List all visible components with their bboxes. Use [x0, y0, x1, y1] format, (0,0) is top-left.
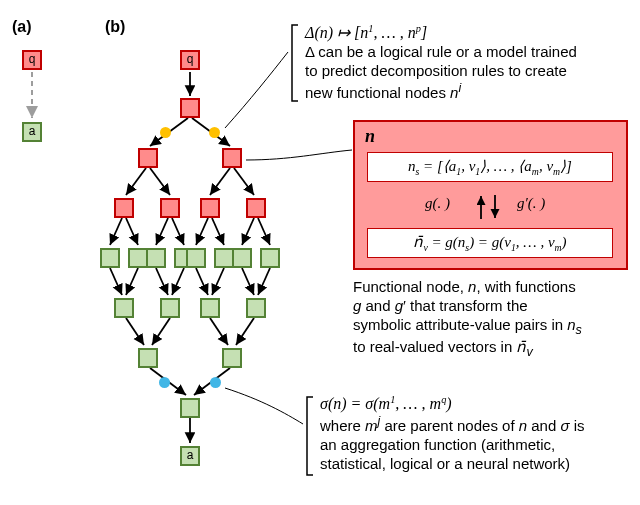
delta-dot	[209, 127, 220, 138]
svg-line-8	[110, 218, 122, 245]
sigma-l2: where mj are parent nodes of n and σ is	[320, 414, 635, 436]
gprime-label: g′(. )	[517, 195, 545, 212]
b-a-node: a	[180, 446, 200, 466]
bracket-icon	[303, 395, 317, 477]
svg-line-17	[126, 268, 138, 295]
svg-line-4	[126, 168, 146, 195]
b-g7-node	[180, 398, 200, 418]
bracket-icon	[288, 23, 302, 103]
b-g5d-node	[246, 298, 266, 318]
ns-formula: ns = [⟨a1, v1⟩, … , ⟨am, vm⟩]	[408, 157, 572, 177]
b-g4b-node	[128, 248, 148, 268]
svg-line-16	[110, 268, 122, 295]
n-panel-title: n	[365, 126, 375, 147]
sigma-dot	[210, 377, 221, 388]
bidir-arrows-icon	[469, 189, 509, 225]
delta-line3: to predict decomposition rules to create	[305, 62, 635, 81]
svg-line-26	[210, 318, 228, 345]
svg-line-20	[196, 268, 208, 295]
svg-line-5	[150, 168, 170, 195]
b-g4f-node	[214, 248, 234, 268]
svg-line-24	[126, 318, 144, 345]
sigma-l3: an aggregation function (arithmetic,	[320, 436, 635, 455]
svg-line-23	[258, 268, 270, 295]
sigma-l1: σ(n) = σ(m1, … , mq)	[320, 393, 635, 414]
svg-line-7	[234, 168, 254, 195]
svg-line-13	[212, 218, 224, 245]
b-g4h-node	[260, 248, 280, 268]
b-g5a-node	[114, 298, 134, 318]
n-sub-ns: ns = [⟨a1, v1⟩, … , ⟨am, vm⟩]	[367, 152, 613, 182]
b-g5c-node	[200, 298, 220, 318]
n-desc-l3: symbolic attribute-value pairs in ns	[353, 316, 635, 339]
delta-dot	[160, 127, 171, 138]
b-r3c-node	[200, 198, 220, 218]
b-g6b-node	[222, 348, 242, 368]
sigma-dot	[159, 377, 170, 388]
b-g4g-node	[232, 248, 252, 268]
svg-line-21	[212, 268, 224, 295]
delta-line1: Δ(n) ↦ [n1, … , np]	[305, 22, 635, 43]
n-panel-mid: g(. ) g′(. )	[425, 189, 565, 225]
n-panel: n ns = [⟨a1, v1⟩, … , ⟨am, vm⟩] g(. ) g′…	[353, 120, 628, 270]
sigma-l4: statistical, logical or a neural network…	[320, 455, 635, 474]
delta-line4: new functional nodes ni	[305, 81, 635, 103]
n-description: Functional node, n, with functions g and…	[353, 278, 635, 361]
svg-line-6	[210, 168, 230, 195]
n-desc-l2: g and g′ that transform the	[353, 297, 635, 316]
svg-line-14	[242, 218, 254, 245]
sigma-annotation: σ(n) = σ(m1, … , mq) where mj are parent…	[320, 393, 635, 474]
b-g5b-node	[160, 298, 180, 318]
n-desc-l1: Functional node, n, with functions	[353, 278, 635, 297]
svg-line-10	[156, 218, 168, 245]
svg-line-9	[126, 218, 138, 245]
b-r3b-node	[160, 198, 180, 218]
node-letter-q: q	[187, 52, 194, 66]
b-g4a-node	[100, 248, 120, 268]
b-r1-node	[180, 98, 200, 118]
b-r3a-node	[114, 198, 134, 218]
svg-line-19	[172, 268, 184, 295]
nv-formula: n̄v = g(ns) = g(v1, … , vm)	[413, 233, 566, 253]
svg-line-12	[196, 218, 208, 245]
n-sub-nv: n̄v = g(ns) = g(v1, … , vm)	[367, 228, 613, 258]
svg-line-27	[236, 318, 254, 345]
b-r2a-node	[138, 148, 158, 168]
b-q-node: q	[180, 50, 200, 70]
delta-line2: Δ can be a logical rule or a model train…	[305, 43, 635, 62]
b-g6a-node	[138, 348, 158, 368]
svg-line-25	[152, 318, 170, 345]
b-g4e-node	[186, 248, 206, 268]
node-letter-a: a	[187, 448, 194, 462]
g-label: g(. )	[425, 195, 450, 212]
b-r2b-node	[222, 148, 242, 168]
delta-annotation: Δ(n) ↦ [n1, … , np] Δ can be a logical r…	[305, 22, 635, 103]
svg-line-18	[156, 268, 168, 295]
svg-line-11	[172, 218, 184, 245]
svg-line-15	[258, 218, 270, 245]
svg-line-22	[242, 268, 254, 295]
n-desc-l4: to real-valued vectors in n̄v	[353, 338, 635, 361]
b-r3d-node	[246, 198, 266, 218]
b-g4c-node	[146, 248, 166, 268]
